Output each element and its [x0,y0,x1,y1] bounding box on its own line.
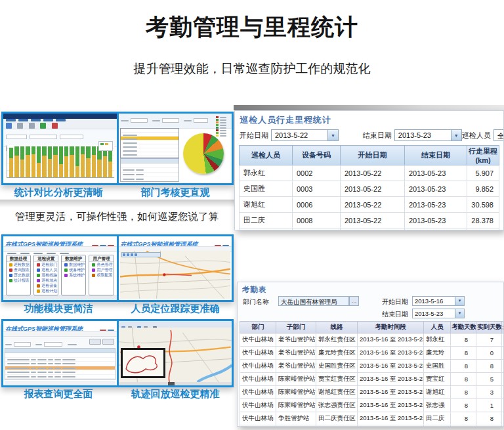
stacked-bar [75,145,79,177]
attendance-panel: 考勤表 部门名称 大岳山国有林管理局 … 开始日期 2013-5-16 ▼ 结束… [237,282,504,427]
cell: 0008 [293,213,341,228]
cell: 贾宝红 [424,373,451,386]
pie-chart [183,133,224,174]
yellow-segment [53,155,57,177]
module-item[interactable]: 统计报表 [7,278,30,283]
toolbar-icon [52,123,58,129]
column-header: 实到天数 [476,322,502,333]
screenshot-report-window: 在线式GPS智能巡检管理系统 [3,321,117,385]
legend-swatch [216,121,219,123]
screenshot-tracking-map-window: 在线式GPS智能巡检管理系统 [119,236,232,300]
legend-item [216,135,230,137]
start-date-label: 开始日期 [382,297,408,307]
end-date-dropdown[interactable]: 2013-5-23 ▼ [394,129,462,141]
caption-pie: 部门考核更直观 [117,186,234,199]
legend-label-bar [220,130,226,131]
module-item-icon [37,279,40,282]
cell: 16.4 [467,228,499,231]
end-date-value: 2013-5-23 [413,309,455,318]
stacked-bar [81,145,85,177]
start-date-label: 开始日期 [240,131,268,140]
chevron-down-icon[interactable]: ▼ [451,130,461,140]
end-date-value: 2013-5-23 [395,130,451,140]
mini-table-row [121,173,178,177]
module-item-label: 权限配置 [96,272,112,278]
green-segment [92,146,96,155]
chart-legend [98,141,113,151]
cell: 田二庆 [424,412,451,425]
module-item-icon [64,274,68,277]
yellow-segment [97,160,101,177]
dept-input[interactable]: 大岳山国有林管理局 [278,296,349,306]
person-label: 巡检人员 [462,131,491,140]
cell: 2013-05-22 [341,181,405,197]
cell: 0 [502,360,504,373]
stacked-bar [48,145,52,177]
cell: 30.598 [467,197,499,213]
start-date-dropdown[interactable]: 2013-5-16 ▼ [412,296,465,306]
start-date-value: 2013-5-16 [413,297,455,305]
module-item[interactable]: 系统维护 [62,272,85,278]
cell: 2013-05-23 [405,213,467,228]
cell: 伏牛山林场 [240,399,276,412]
chevron-down-icon[interactable]: ▼ [455,297,464,305]
report-table-header [5,349,115,353]
status-bar [3,295,117,300]
cell: 史国胜责任区 [316,360,358,373]
cell: 2013-05-23 [405,181,467,197]
module-grid: 数据处理巡检数据查询报表历史数据统计报表巡检设置巡检部门巡检人员巡检线路巡检地点… [3,252,117,295]
yellow-segment [20,160,24,177]
table-row: 伏牛山林场陈家峪管护站谢旭红责任区2013-5-16 至 2013-5-23谢旭… [240,386,504,399]
scrollbar-thumb[interactable] [168,382,175,385]
mini-table-row [121,163,178,168]
yellow-segment [86,158,90,177]
module-item-icon [37,263,40,267]
feature-panel-charts [1,112,234,185]
browse-button[interactable]: … [349,296,359,306]
yellow-segment [37,163,41,177]
module-item-icon [9,274,12,277]
app-titlebar: 在线式GPS智能巡检管理系统 [3,236,117,246]
chevron-down-icon[interactable]: ▼ [455,309,464,318]
cell: 廉元玲 [424,347,451,360]
legend-label-bar [220,135,226,137]
column-header: 人员 [424,322,451,333]
yellow-segment [81,154,85,177]
horizontal-scrollbar[interactable] [119,382,232,385]
legend-label-bar [220,119,226,121]
cell: 伏牛山林场 [240,360,276,373]
map-roads [120,251,231,299]
cell: 8 [451,333,476,347]
module-item-label: 巡检计划 [41,288,57,294]
module-item[interactable]: 巡检计划 [34,288,58,293]
person-dropdown[interactable]: 全部 [494,129,504,141]
cell: 赵建强责任区 [316,425,358,427]
green-segment [75,146,79,165]
green-segment [14,146,18,156]
module-item-icon [9,269,12,272]
cell: 老爷山管护站 [276,360,316,373]
green-segment [37,146,41,163]
module-panel-title: 用户管理 [89,255,113,262]
tagline: 管理更灵活，可操作性强，如何巡逻您说了算 [0,210,234,224]
window-titlebar [3,114,117,119]
cell: 8 [451,360,476,373]
legend-swatch [216,124,219,126]
legend-swatch [216,129,219,131]
promo-page: 考勤管理与里程统计 提升管理效能，日常巡查防护工作的规范化 [0,0,504,430]
cell: 2013-5-16 至 2013-5-23 [358,399,424,412]
chevron-down-icon[interactable]: ▼ [327,130,338,140]
attendance-table: 部门子部门线路考勤时间段人员考勤天数实到天数未到天数备注 伏牛山林场老爷山管护站… [240,321,504,427]
column-header: 设备号码 [293,146,341,165]
cell: 8 [451,412,476,425]
end-date-dropdown[interactable]: 2013-5-23 ▼ [412,309,465,318]
titlebar-links [91,239,115,246]
column-header: 考勤时间段 [358,322,424,333]
start-date-dropdown[interactable]: 2013-5-22 ▼ [271,129,339,141]
module-item[interactable]: 权限配置 [89,272,113,278]
cell: 郭永红责任区 [316,333,358,347]
stacked-bar [32,145,35,177]
legend-swatch [216,119,219,121]
table-row: 伏牛山林场老爷山管护站廉元玲责任区2013-5-16 至 2013-5-23廉元… [240,347,504,360]
playback-map [119,328,232,382]
